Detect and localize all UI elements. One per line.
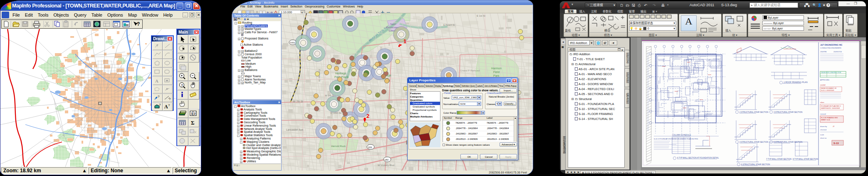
svg-text:1 ROOF FRAMING PLAN: 1 ROOF FRAMING PLAN — [784, 81, 808, 83]
svg-text:Park: Park — [493, 74, 500, 77]
svg-text:1: 1 — [403, 38, 406, 44]
svg-text:2: 2 — [366, 113, 369, 119]
svg-text:J&T ENGINEERING INC: J&T ENGINEERING INC — [820, 44, 843, 46]
svg-text:APPROVED: APPROVED — [820, 79, 829, 81]
svg-text:Σ: Σ — [191, 120, 195, 126]
svg-text:FLOOR FRAMING REV: FLOOR FRAMING REV — [821, 117, 838, 119]
svg-text:Field: Field — [493, 71, 500, 73]
svg-text:2: 2 — [194, 112, 196, 115]
svg-text:FOUNDATION PLAN REV 2: FOUNDATION PLAN REV 2 — [821, 105, 841, 107]
svg-text:S-01.5 / 09/09/2009: S-01.5 / 09/09/2009 — [821, 90, 834, 91]
svg-text:?: ? — [168, 103, 170, 107]
svg-text:A: A — [155, 78, 158, 83]
svg-text:Criand P Railroad: Criand P Railroad — [460, 69, 480, 72]
svg-text:S-13: S-13 — [833, 142, 839, 144]
svg-text:180: 180 — [384, 159, 389, 161]
svg-text:?: ? — [137, 21, 140, 27]
svg-text:4 STRUCTURAL STAIR SECTION: 4 STRUCTURAL STAIR SECTION — [739, 141, 768, 143]
svg-text:W 7th St: W 7th St — [293, 100, 303, 103]
svg-text:scale: scale — [820, 134, 824, 136]
svg-text:Heritage: Heritage — [335, 72, 346, 75]
svg-text:?: ? — [158, 95, 160, 98]
svg-text:REINFORCEMENT OF: REINFORCEMENT OF — [821, 88, 837, 89]
svg-text:34689700223 / 10/02/2009: 34689700223 / 10/02/2009 — [821, 108, 840, 109]
svg-text:Nash: Nash — [390, 23, 396, 25]
svg-text:revised: revised — [820, 113, 826, 115]
svg-text:2 STRUCTURAL STAIR SECTION: 2 STRUCTURAL STAIR SECTION — [739, 111, 768, 113]
svg-text:JT: JT — [833, 125, 835, 127]
svg-text:E Peach St: E Peach St — [443, 24, 455, 26]
svg-text:E 1st St: E 1st St — [477, 15, 485, 17]
svg-text:2009/07/24: 2009/07/24 — [833, 51, 842, 53]
svg-text:checked: checked — [820, 129, 826, 131]
svg-text:TIF9: TIF9 — [290, 42, 294, 44]
svg-text:S-01.5 FOUNDATION REINFORCEMEN: S-01.5 FOUNDATION REINFORCEMENT PLAN NOT… — [654, 138, 698, 140]
svg-text:silver: silver — [820, 101, 824, 103]
svg-text:?: ? — [169, 97, 171, 101]
svg-text:直线: 直线 — [565, 29, 571, 32]
svg-text:W Vickery Blvd: W Vickery Blvd — [378, 164, 394, 166]
svg-text:8 TYP WALL STAIR SECTION: 8 TYP WALL STAIR SECTION — [793, 158, 818, 160]
svg-text:Harmon: Harmon — [491, 67, 502, 70]
svg-text:199: 199 — [368, 146, 372, 149]
svg-text:CONSULTING ENGINEERS: CONSULTING ENGINEERS — [820, 47, 841, 49]
svg-text:粘贴: 粘贴 — [846, 29, 851, 32]
svg-text:?: ? — [181, 83, 183, 87]
svg-text:sealed: sealed — [820, 84, 826, 86]
svg-text:7 TYP WALL STAIR SECTION: 7 TYP WALL STAIR SECTION — [766, 158, 791, 160]
svg-text:A: A — [164, 104, 168, 110]
svg-text:Lancaster Ave: Lancaster Ave — [286, 128, 303, 131]
svg-text:移动: 移动 — [604, 29, 610, 32]
svg-text:插入: 插入 — [725, 29, 731, 32]
svg-text:5 STRUCTURAL STAIR SECTION: 5 STRUCTURAL STAIR SECTION — [774, 141, 802, 143]
svg-text:6 TYP WALL SECTION AT FOUNDATI: 6 TYP WALL SECTION AT FOUNDATION DETAIL — [677, 157, 719, 159]
svg-text:sheet no: sheet no — [820, 137, 827, 139]
svg-text:2309786: 2309786 — [820, 51, 827, 53]
svg-text:drawn by: drawn by — [820, 125, 827, 127]
svg-text:?: ? — [159, 103, 161, 107]
svg-text:ISSUE FOR CONSTRUCTION: ISSUE FOR CONSTRUCTION — [821, 72, 841, 73]
svg-text:1: 1 — [191, 112, 193, 115]
svg-text:3 STRUCTURAL STAIR SECTION: 3 STRUCTURAL STAIR SECTION — [774, 111, 802, 113]
svg-text:COLUMN SCHEDULE: COLUMN SCHEDULE — [672, 134, 691, 136]
svg-text:Harrold Rock: Harrold Rock — [331, 145, 346, 147]
svg-text:6 STRUCTURAL STAIR SECTION: 6 STRUCTURAL STAIR SECTION — [741, 164, 770, 166]
svg-text:SHEET S-16: SHEET S-16 — [821, 119, 830, 121]
